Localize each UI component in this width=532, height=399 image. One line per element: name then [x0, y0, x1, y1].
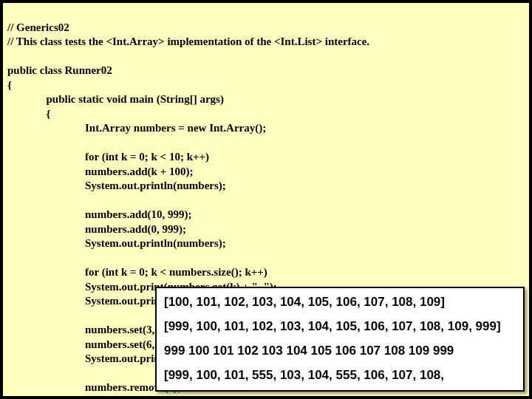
- output-line: [100, 101, 102, 103, 104, 105, 106, 107,…: [164, 294, 516, 311]
- code-line: // This class tests the <Int.Array> impl…: [7, 35, 369, 47]
- code-line: System.out.println(numbers);: [85, 180, 226, 191]
- code-line: for (int k = 0; k < numbers.size(); k++): [85, 266, 267, 278]
- code-line: numbers.add(0, 999);: [85, 223, 186, 235]
- code-line: numbers.remove(6);: [85, 396, 181, 400]
- code-line: // Generics02: [7, 21, 69, 33]
- code-line: numbers.add(k + 100);: [85, 166, 193, 177]
- output-line: 999 100 101 102 103 104 105 106 107 108 …: [164, 343, 516, 360]
- output-panel: [100, 101, 102, 103, 104, 105, 106, 107,…: [155, 287, 525, 392]
- code-line: numbers.add(10, 999);: [85, 208, 192, 220]
- code-line: Int.Array numbers = new Int.Array();: [85, 122, 266, 134]
- code-line: public static void main (String[] args): [47, 93, 224, 105]
- output-line: [999, 100, 101, 555, 103, 104, 555, 106,…: [164, 367, 516, 384]
- code-line: {: [7, 79, 12, 91]
- code-line: for (int k = 0; k < 10; k++): [85, 151, 209, 163]
- code-line: public class Runner02: [7, 64, 112, 76]
- code-line: {: [47, 108, 51, 120]
- code-line: System.out.println(numbers);: [85, 237, 226, 249]
- output-line: [999, 100, 101, 102, 103, 104, 105, 106,…: [164, 318, 516, 335]
